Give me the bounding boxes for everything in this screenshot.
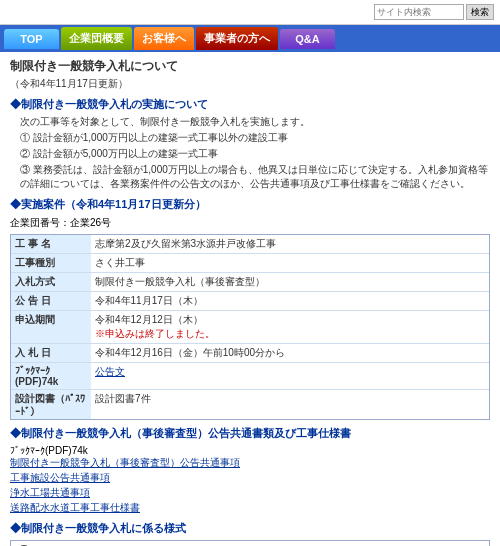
bullet-item-1: ① 設計金額が1,000万円以上の建築一式工事以外の建設工事 [20,131,490,145]
detail-row-nyusatsu: 入札方式 制限付き一般競争入札（事後審査型） [11,273,489,292]
value-moushikomi: 令和4年12月12日（木） ※申込みは終了しました。 [91,311,489,343]
label-bookmark: ﾌﾞｯｸﾏｰｸ(PDF)74k [11,363,91,389]
detail-row-moushikomi: 申込期間 令和4年12月12日（木） ※申込みは終了しました。 [11,311,489,344]
label-koujimei: 工 事 名 [11,235,91,253]
section3-links: ﾌﾞｯｸﾏｰｸ(PDF)74k 制限付き一般競争入札（事後審査型）公告共通事項 … [10,445,490,515]
value-nyusatsu: 制限付き一般競争入札（事後審査型） [91,273,489,291]
bullet-item-3: ③ 業務委託は、設計金額が1,000万円以上の場合も、他異又は日単位に応じて決定… [20,163,490,191]
detail-row-nyusatsu-date: 入 札 日 令和4年12月16日（金）午前10時00分から [11,344,489,363]
section2-title: ◆実施案件（令和4年11月17日更新分） [10,197,490,212]
page-subtitle: （令和4年11月17日更新） [10,77,490,91]
link-hairo[interactable]: 送路配水水道工事工事仕様書 [10,501,490,515]
label-nyusatsu-date: 入 札 日 [11,344,91,362]
label-kokoku: 公 告 日 [11,292,91,310]
page-title: 制限付き一般競争入札について [10,58,490,75]
detail-row-kokoku: 公 告 日 令和4年11月17日（木） [11,292,489,311]
nav-item-okyaku[interactable]: お客様へ [134,27,194,50]
search-input[interactable] [374,4,464,20]
moushikomi-end-notice: ※申込みは終了しました。 [95,328,215,339]
bullet-section: 次の工事等を対象として、制限付き一般競争入札を実施します。 ① 設計金額が1,0… [20,115,490,191]
label-shubetsu: 工事種別 [11,254,91,272]
label-moushikomi: 申込期間 [11,311,91,343]
value-shubetsu: さく井工事 [91,254,489,272]
nav-item-kigyou[interactable]: 企業団概要 [61,27,132,50]
page-wrapper: 検索 TOP 企業団概要 お客様へ 事業者の方へ Q&A 制限付き一般競争入札に… [0,0,500,546]
link-kyotsu-jikou[interactable]: 制限付き一般競争入札（事後審査型）公告共通事項 [10,456,490,470]
detail-table: 工 事 名 志摩第2及び久留米第3水源井戸改修工事 工事種別 さく井工事 入札方… [10,234,490,420]
nav-bar: TOP 企業団概要 お客様へ 事業者の方へ Q&A [0,25,500,52]
form-section: ①申込関係書類 制限付き一般競争（事後審査型）入札参加申込書【様式第2号-①】 … [10,540,490,546]
section3-title: ◆制限付き一般競争入札（事後審査型）公告共通書類及び工事仕様書 [10,426,490,441]
search-box: 検索 [374,4,494,20]
link-jousui[interactable]: 浄水工場共通事項 [10,486,490,500]
main-content: 制限付き一般競争入札について （令和4年11月17日更新） ◆制限付き一般競争入… [0,52,500,546]
nav-item-qa[interactable]: Q&A [280,29,335,49]
label-sekkei: 設計図書（ﾊﾟｽﾜｰﾄﾞ） [11,390,91,419]
header: 検索 [0,0,500,25]
detail-row-sekkei: 設計図書（ﾊﾟｽﾜｰﾄﾞ） 設計図書7件 [11,390,489,419]
section1-title: ◆制限付き一般競争入札の実施について [10,97,490,112]
search-button[interactable]: 検索 [466,4,494,20]
bullet-item-2: ② 設計金額が5,000万円以上の建築一式工事 [20,147,490,161]
detail-row-bookmark: ﾌﾞｯｸﾏｰｸ(PDF)74k 公告文 [11,363,489,390]
detail-row-koujimei: 工 事 名 志摩第2及び久留米第3水源井戸改修工事 [11,235,489,254]
label-nyusatsu: 入札方式 [11,273,91,291]
value-sekkei: 設計図書7件 [91,390,489,419]
nav-item-jigyou[interactable]: 事業者の方へ [196,27,278,50]
value-bookmark: 公告文 [91,363,489,389]
nav-item-top[interactable]: TOP [4,29,59,49]
link-kouji-shisetsu[interactable]: 工事施設公告共通事項 [10,471,490,485]
kiji-label: 企業団番号：企業26号 [10,216,490,230]
section4-title: ◆制限付き一般競争入札に係る様式 [10,521,490,536]
value-kokoku: 令和4年11月17日（木） [91,292,489,310]
link-kokoku-bun[interactable]: 公告文 [95,366,125,377]
bullet-item-0: 次の工事等を対象として、制限付き一般競争入札を実施します。 [20,115,490,129]
section3-bookmark-label: ﾌﾞｯｸﾏｰｸ(PDF)74k [10,445,88,456]
value-koujimei: 志摩第2及び久留米第3水源井戸改修工事 [91,235,489,253]
detail-row-shubetsu: 工事種別 さく井工事 [11,254,489,273]
value-nyusatsu-date: 令和4年12月16日（金）午前10時00分から [91,344,489,362]
